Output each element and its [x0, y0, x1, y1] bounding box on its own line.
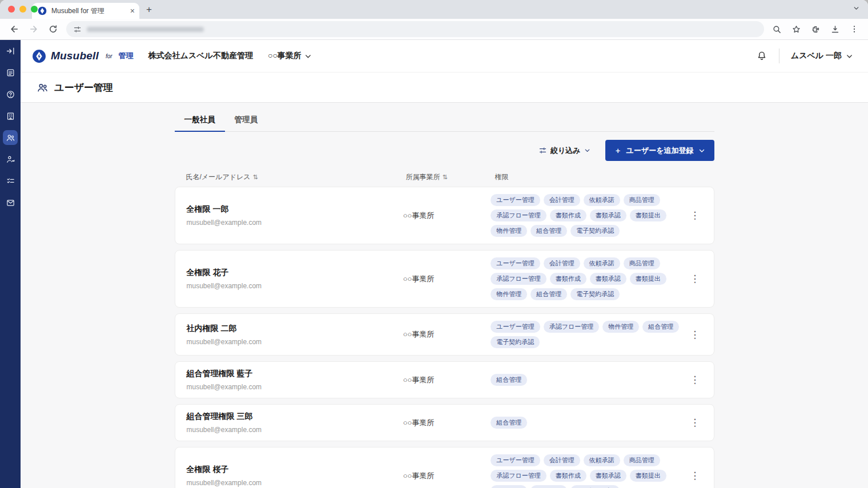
permission-badge: 電子契約承認	[570, 485, 620, 488]
window-controls	[8, 6, 38, 13]
row-menu-kebab-icon[interactable]: ⋮	[688, 418, 702, 427]
permission-badge: 依頼承諾	[584, 257, 620, 269]
permission-badge: 電子契約承認	[491, 336, 540, 348]
sidebar-item-news-icon[interactable]	[3, 65, 18, 80]
browser-tabstrip: Musubell for 管理 × +	[0, 0, 868, 19]
notification-bell-icon[interactable]	[756, 50, 767, 62]
tab-general-employees[interactable]: 一般社員	[175, 110, 225, 132]
row-menu-kebab-icon[interactable]: ⋮	[688, 274, 702, 284]
user-name: 組合管理権限 三郎	[187, 412, 403, 422]
permission-badge: 書類提出	[630, 209, 666, 221]
sort-icon[interactable]: ⇅	[443, 174, 448, 181]
column-permissions: 権限	[495, 173, 509, 181]
permission-badge: 電子契約承認	[570, 225, 620, 237]
permission-badge: 書類提出	[630, 470, 666, 482]
filter-button[interactable]: 絞り込み	[539, 146, 590, 156]
chevron-down-icon	[846, 53, 853, 60]
column-name-email: 氏名/メールアドレス	[186, 172, 251, 182]
new-tab-button[interactable]: +	[146, 4, 152, 15]
brand-name: Musubell	[51, 50, 99, 62]
permission-badge: 物件管理	[491, 225, 527, 237]
user-office: ○○事業所	[403, 274, 491, 284]
permission-badge: 物件管理	[491, 485, 527, 488]
user-email: musubell@example.com	[187, 383, 403, 391]
row-menu-kebab-icon[interactable]: ⋮	[688, 471, 702, 481]
permission-badge: 会計管理	[544, 194, 580, 206]
sidebar-item-tasks-icon[interactable]	[3, 174, 18, 188]
bookmark-star-icon[interactable]	[791, 25, 801, 34]
back-icon[interactable]	[9, 24, 19, 34]
permission-list: ユーザー管理会計管理依頼承諾商品管理承認フロー管理書類作成書類承認書類提出物件管…	[491, 454, 688, 488]
filter-tune-icon	[539, 146, 547, 155]
office-selector[interactable]: ○○事業所	[268, 51, 312, 61]
user-name: 組合管理権限 藍子	[187, 369, 403, 379]
user-email: musubell@example.com	[187, 219, 403, 227]
permission-badge: 組合管理	[491, 374, 527, 386]
permission-list: 組合管理	[491, 374, 688, 386]
permission-list: ユーザー管理承認フロー管理物件管理組合管理電子契約承認	[491, 321, 688, 348]
sidebar-item-company-icon[interactable]	[3, 108, 18, 123]
company-name: 株式会社ムスベル不動産管理	[148, 51, 253, 61]
address-bar[interactable]	[66, 21, 764, 37]
permission-badge: 書類提出	[630, 273, 666, 285]
permission-badge: 組合管理	[531, 225, 567, 237]
user-email: musubell@example.com	[187, 426, 403, 434]
user-office: ○○事業所	[403, 418, 491, 428]
content-area: 一般社員 管理員 絞り込み ＋ ユーザーを追加登録	[21, 103, 868, 488]
browser-tab[interactable]: Musubell for 管理 ×	[32, 3, 139, 19]
permission-list: ユーザー管理会計管理依頼承諾商品管理承認フロー管理書類作成書類承認書類提出物件管…	[491, 257, 688, 300]
permission-badge: 書類作成	[550, 470, 586, 482]
page-title: ユーザー管理	[54, 81, 113, 94]
row-menu-kebab-icon[interactable]: ⋮	[688, 375, 702, 385]
sidebar-item-users-icon[interactable]	[3, 130, 18, 145]
site-settings-icon[interactable]	[73, 25, 82, 34]
url-text-redacted	[87, 27, 204, 32]
permission-badge: 会計管理	[544, 257, 580, 269]
tab-title: Musubell for 管理	[51, 6, 126, 16]
user-name: 全権限 桜子	[187, 465, 403, 475]
users-icon	[37, 82, 49, 94]
sidebar-item-mail-icon[interactable]	[3, 195, 18, 210]
user-office: ○○事業所	[403, 375, 491, 385]
sidebar-item-support-icon[interactable]	[3, 87, 18, 102]
extensions-icon[interactable]	[811, 25, 821, 34]
browser-menu-icon[interactable]	[850, 25, 859, 34]
permission-badge: 組合管理	[642, 321, 679, 333]
permission-badge: 組合管理	[531, 485, 567, 488]
browser-toolbar	[0, 19, 868, 40]
permission-badge: 物件管理	[602, 321, 639, 333]
table-row: 組合管理権限 三郎musubell@example.com○○事業所組合管理⋮	[175, 404, 714, 441]
user-email: musubell@example.com	[187, 338, 403, 346]
zoom-icon[interactable]	[772, 25, 782, 34]
tab-search-chevron-icon[interactable]	[853, 4, 860, 14]
office-selector-label: ○○事業所	[268, 51, 302, 61]
permission-badge: 書類作成	[550, 209, 586, 221]
permission-badge: ユーザー管理	[491, 321, 540, 333]
row-menu-kebab-icon[interactable]: ⋮	[688, 330, 702, 340]
user-email: musubell@example.com	[187, 282, 403, 290]
user-table: 全権限 一郎musubell@example.com○○事業所ユーザー管理会計管…	[175, 187, 714, 488]
table-row: 全権限 花子musubell@example.com○○事業所ユーザー管理会計管…	[175, 250, 714, 308]
close-tab-icon[interactable]: ×	[130, 7, 135, 15]
sidebar-item-user-flow-icon[interactable]	[3, 152, 18, 167]
user-type-tabs: 一般社員 管理員	[175, 110, 714, 132]
plus-icon: ＋	[614, 146, 622, 156]
user-name-label: ムスベル 一郎	[791, 51, 842, 61]
permission-list: 組合管理	[491, 417, 688, 429]
reload-icon[interactable]	[48, 24, 58, 34]
row-menu-kebab-icon[interactable]: ⋮	[688, 211, 702, 220]
permission-badge: 承認フロー管理	[544, 321, 600, 333]
permission-badge: 依頼承諾	[584, 454, 620, 466]
user-account-menu[interactable]: ムスベル 一郎	[791, 51, 853, 61]
tab-administrators[interactable]: 管理員	[225, 110, 268, 131]
close-window-button[interactable]	[8, 6, 15, 13]
sidebar-item-expand-icon[interactable]	[3, 43, 18, 58]
musubell-logo[interactable]: Musubellfor管理	[32, 49, 134, 63]
permission-badge: 書類作成	[550, 273, 586, 285]
sort-icon[interactable]: ⇅	[253, 174, 258, 181]
download-icon[interactable]	[830, 25, 840, 34]
minimize-window-button[interactable]	[19, 6, 26, 13]
maximize-window-button[interactable]	[31, 6, 38, 13]
chevron-down-icon	[584, 147, 590, 154]
add-user-button[interactable]: ＋ ユーザーを追加登録	[605, 140, 714, 161]
